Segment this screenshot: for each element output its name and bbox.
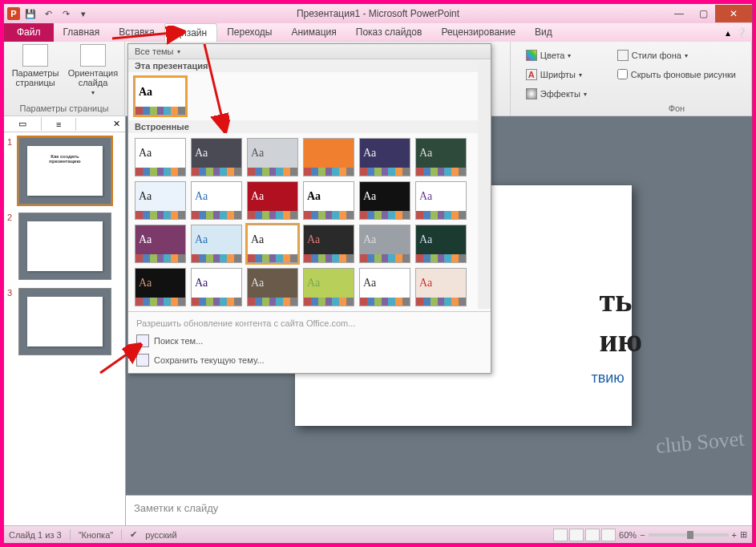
status-language[interactable]: русский bbox=[145, 530, 176, 540]
theme-thumb[interactable]: Aa bbox=[247, 181, 298, 220]
hide-bg-check[interactable] bbox=[617, 69, 628, 79]
tab-slideshow[interactable]: Показ слайдов bbox=[346, 23, 432, 42]
watermark: club Sovet bbox=[654, 427, 745, 459]
theme-thumb[interactable]: Aa bbox=[415, 138, 467, 176]
qat-more-icon[interactable]: ▾ bbox=[76, 6, 91, 21]
theme-thumb[interactable]: Aa bbox=[359, 225, 410, 263]
themes-section-this: Эта презентация bbox=[128, 59, 491, 72]
tab-design[interactable]: Дизайн bbox=[164, 23, 217, 42]
maximize-button[interactable]: ▢ bbox=[691, 5, 715, 22]
zoom-out-button[interactable]: − bbox=[640, 530, 645, 540]
group-theme-opts: Цвета ▾ AШрифты ▾ Эффекты ▾ bbox=[511, 42, 602, 115]
themes-office-update: Разрешить обновление контента с сайта Of… bbox=[128, 315, 491, 331]
view-sorter-button[interactable] bbox=[569, 529, 584, 541]
theme-thumb[interactable]: Aa bbox=[191, 181, 242, 220]
theme-thumb[interactable]: Aa bbox=[135, 138, 186, 176]
theme-thumb[interactable]: Aa bbox=[135, 268, 186, 306]
slide-subtitle-frag: твию bbox=[592, 370, 625, 387]
group-label-bg: Фон bbox=[607, 103, 746, 113]
redo-icon[interactable]: ↷ bbox=[59, 6, 73, 21]
minimize-button[interactable]: — bbox=[667, 5, 691, 22]
ribbon-minimize-icon[interactable]: ▴ bbox=[726, 27, 730, 38]
theme-thumb[interactable]: Aa bbox=[359, 268, 410, 306]
panel-tab-outline[interactable]: ≡ bbox=[42, 118, 76, 131]
slide-thumbnails: 1 Как создать презентацию 2 3 bbox=[4, 132, 125, 525]
themes-dropdown: Все темы ▾ Эта презентация Aa Встроенные… bbox=[127, 43, 491, 374]
tab-review[interactable]: Рецензирование bbox=[431, 23, 525, 42]
slide-thumb-2[interactable]: 2 bbox=[7, 213, 122, 280]
help-icon[interactable]: ❔ bbox=[735, 27, 747, 38]
theme-thumb[interactable]: Aa bbox=[303, 138, 354, 176]
tab-insert[interactable]: Вставка bbox=[109, 23, 164, 42]
hide-bg-checkbox[interactable]: Скрыть фоновые рисунки bbox=[613, 67, 740, 82]
theme-thumb[interactable]: Aa bbox=[191, 138, 242, 176]
orientation-button[interactable]: Ориентация слайда▾ bbox=[67, 44, 119, 96]
panel-tab-slides[interactable]: ▭ bbox=[4, 117, 42, 131]
theme-thumb[interactable]: Aa bbox=[247, 268, 298, 306]
group-background: Стили фона ▾ Скрыть фоновые рисунки Фон bbox=[602, 42, 752, 115]
theme-thumb[interactable]: Aa bbox=[191, 268, 242, 306]
effects-button[interactable]: Эффекты ▾ bbox=[522, 86, 591, 102]
view-normal-button[interactable] bbox=[553, 529, 568, 541]
theme-thumb[interactable]: Aa bbox=[359, 181, 410, 220]
theme-thumb[interactable]: Aa bbox=[359, 138, 410, 176]
group-label-page-setup: Параметры страницы bbox=[9, 103, 119, 113]
view-reading-button[interactable] bbox=[585, 529, 600, 541]
status-bar: Слайд 1 из 3 "Кнопка" ✔ русский 60% − + … bbox=[4, 525, 752, 543]
slide-title-frag1: ть bbox=[600, 282, 633, 319]
status-theme: "Кнопка" bbox=[79, 530, 114, 540]
save-theme-icon bbox=[136, 354, 149, 367]
slide-thumb-3[interactable]: 3 bbox=[7, 288, 122, 355]
themes-dd-header[interactable]: Все темы ▾ bbox=[128, 44, 491, 59]
window-title: Презентация1 - Microsoft PowerPoint bbox=[297, 8, 459, 19]
notes-pane[interactable]: Заметки к слайду bbox=[126, 495, 752, 525]
theme-thumb[interactable]: Aa bbox=[303, 181, 354, 220]
theme-thumb[interactable]: Aa bbox=[415, 181, 467, 220]
theme-thumb[interactable]: Aa bbox=[247, 225, 298, 263]
themes-browse[interactable]: Поиск тем... bbox=[128, 331, 491, 350]
tab-view[interactable]: Вид bbox=[525, 23, 562, 42]
theme-thumb-current[interactable]: Aa bbox=[135, 77, 186, 115]
theme-thumb[interactable]: Aa bbox=[135, 181, 186, 220]
tab-animation[interactable]: Анимация bbox=[281, 23, 346, 42]
tab-home[interactable]: Главная bbox=[54, 23, 110, 42]
theme-thumb[interactable]: Aa bbox=[191, 225, 242, 263]
slide-panel: ▭ ≡ ✕ 1 Как создать презентацию 2 3 bbox=[4, 116, 126, 525]
zoom-slider[interactable] bbox=[649, 533, 729, 537]
panel-close-icon[interactable]: ✕ bbox=[108, 119, 125, 129]
browse-icon bbox=[136, 334, 149, 347]
title-bar: P 💾 ↶ ↷ ▾ Презентация1 - Microsoft Power… bbox=[4, 4, 752, 23]
spellcheck-icon[interactable]: ✔ bbox=[130, 529, 137, 540]
save-icon[interactable]: 💾 bbox=[23, 6, 38, 21]
slide-title-frag2: ию bbox=[600, 322, 643, 359]
tab-transitions[interactable]: Переходы bbox=[217, 23, 281, 42]
zoom-value[interactable]: 60% bbox=[619, 530, 637, 540]
themes-scrollbar[interactable] bbox=[478, 62, 491, 309]
theme-thumb[interactable]: Aa bbox=[303, 268, 354, 306]
quick-access-toolbar: P 💾 ↶ ↷ ▾ bbox=[4, 6, 91, 21]
theme-thumb[interactable]: Aa bbox=[135, 225, 186, 263]
page-params-button[interactable]: Параметры страницы bbox=[9, 44, 62, 96]
status-slide-count: Слайд 1 из 3 bbox=[9, 530, 62, 540]
view-slideshow-button[interactable] bbox=[601, 529, 616, 541]
ribbon-tabs: Файл Главная Вставка Дизайн Переходы Ани… bbox=[4, 23, 752, 42]
undo-icon[interactable]: ↶ bbox=[41, 6, 55, 21]
theme-thumb[interactable]: Aa bbox=[303, 225, 354, 263]
fit-button[interactable]: ⊞ bbox=[740, 529, 747, 540]
theme-thumb[interactable]: Aa bbox=[415, 225, 467, 263]
fonts-button[interactable]: AШрифты ▾ bbox=[522, 67, 591, 83]
app-icon: P bbox=[7, 7, 20, 20]
theme-thumb[interactable]: Aa bbox=[247, 138, 298, 176]
themes-section-builtin: Встроенные bbox=[128, 120, 491, 133]
zoom-in-button[interactable]: + bbox=[732, 530, 737, 540]
group-page-setup: Параметры страницы Ориентация слайда▾ Па… bbox=[4, 42, 125, 115]
bg-styles-button[interactable]: Стили фона ▾ bbox=[613, 47, 740, 63]
close-button[interactable]: ✕ bbox=[715, 5, 752, 22]
theme-thumb[interactable]: Aa bbox=[415, 268, 467, 306]
colors-button[interactable]: Цвета ▾ bbox=[522, 47, 591, 63]
themes-save[interactable]: Сохранить текущую тему... bbox=[128, 350, 491, 370]
slide-thumb-1[interactable]: 1 Как создать презентацию bbox=[7, 137, 122, 205]
tab-file[interactable]: Файл bbox=[4, 23, 54, 42]
